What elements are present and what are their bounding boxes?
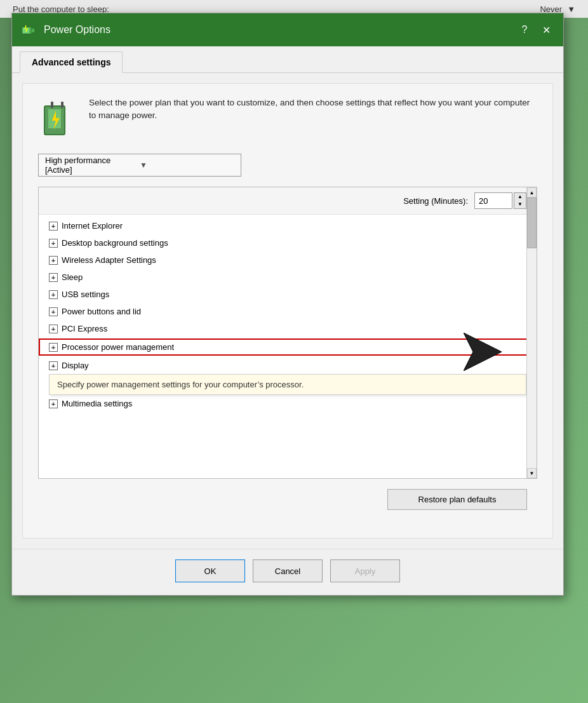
expand-icon: +	[49, 256, 58, 265]
tab-bar: Advanced settings	[12, 46, 563, 73]
tree-item-label: Display	[62, 361, 89, 370]
tree-item-power-buttons[interactable]: + Power buttons and lid	[39, 303, 537, 320]
expand-icon: +	[49, 307, 58, 316]
ok-button[interactable]: OK	[175, 559, 245, 582]
battery-svg	[38, 97, 76, 141]
chevron-down-icon: ▼	[140, 161, 234, 170]
tooltip-box: Specify power management settings for yo…	[49, 374, 526, 395]
svg-rect-8	[51, 102, 53, 108]
svg-rect-1	[32, 29, 34, 32]
power-options-dialog: Power Options ? ✕ Advanced settings	[11, 13, 564, 596]
help-button[interactable]: ?	[515, 20, 534, 39]
tree-item-sleep[interactable]: + Sleep	[39, 269, 537, 286]
tree-item-label: Multimedia settings	[62, 399, 132, 408]
tree-item-desktop-background[interactable]: + Desktop background settings	[39, 234, 537, 251]
setting-label: Setting (Minutes):	[49, 196, 474, 206]
spinner-up-button[interactable]: ▲	[514, 193, 526, 201]
expand-icon: +	[49, 325, 58, 333]
tree-item-internet-explorer[interactable]: + Internet Explorer	[39, 217, 537, 234]
dialog-title: Power Options	[44, 24, 515, 36]
expand-icon: +	[49, 361, 58, 370]
title-controls: ? ✕	[515, 20, 556, 39]
tree-item-multimedia[interactable]: + Multimedia settings	[39, 395, 537, 412]
tree-item-label: PCI Express	[62, 324, 107, 333]
sleep-chevron-icon: ▼	[567, 4, 575, 14]
expand-icon: +	[49, 343, 58, 352]
tree-item-label: Desktop background settings	[62, 238, 168, 248]
cancel-button[interactable]: Cancel	[253, 559, 323, 582]
tree-item-usb[interactable]: + USB settings	[39, 286, 537, 303]
spinner-down-button[interactable]: ▼	[514, 201, 526, 208]
tree-item-display[interactable]: + Display	[39, 357, 537, 374]
scrollbar-thumb[interactable]	[527, 198, 537, 248]
apply-button[interactable]: Apply	[330, 559, 400, 582]
tree-item-label: Sleep	[62, 272, 83, 282]
scrollbar[interactable]: ▲ ▼	[526, 187, 537, 478]
restore-container: Restore plan defaults	[38, 489, 537, 520]
restore-plan-defaults-button[interactable]: Restore plan defaults	[387, 489, 527, 510]
tree-item-processor-power[interactable]: + Processor power management	[39, 338, 537, 356]
title-bar: Power Options ? ✕	[12, 13, 563, 46]
main-area: Select the power plan that you want to c…	[22, 83, 553, 539]
power-options-icon	[20, 21, 37, 39]
settings-box: Setting (Minutes): 20 ▲ ▼ + Internet Exp…	[38, 187, 537, 479]
setting-input[interactable]: 20	[474, 192, 512, 209]
close-button[interactable]: ✕	[537, 20, 556, 39]
tree-item-wireless-adapter[interactable]: + Wireless Adapter Settings	[39, 251, 537, 269]
expand-icon: +	[49, 222, 58, 231]
tree-item-label: Power buttons and lid	[62, 307, 141, 316]
expand-icon: +	[49, 273, 58, 282]
highlighted-item-container: + Processor power management	[39, 338, 537, 356]
tree-item-label: Internet Explorer	[62, 221, 123, 231]
tree-item-label: USB settings	[62, 290, 109, 299]
expand-icon: +	[49, 239, 58, 248]
battery-icon	[38, 97, 76, 141]
scrollbar-down-arrow[interactable]: ▼	[527, 468, 537, 478]
power-plan-dropdown[interactable]: High performance [Active] ▼	[38, 154, 241, 177]
tooltip-text: Specify power management settings for yo…	[57, 380, 304, 389]
expand-icon: +	[49, 290, 58, 299]
tab-advanced-settings[interactable]: Advanced settings	[20, 51, 123, 73]
tree-item-label: Wireless Adapter Settings	[62, 255, 156, 265]
tree-item-label: Processor power management	[62, 342, 174, 352]
dialog-footer: OK Cancel Apply	[12, 549, 563, 595]
setting-minutes-row: Setting (Minutes): 20 ▲ ▼	[39, 187, 537, 215]
scrollbar-up-arrow[interactable]: ▲	[527, 187, 537, 198]
spinner: ▲ ▼	[514, 192, 526, 209]
tree-item-pci-express[interactable]: + PCI Express	[39, 320, 537, 337]
description-text: Select the power plan that you want to c…	[89, 97, 537, 123]
expand-icon: +	[49, 399, 58, 408]
setting-value: 20 ▲ ▼	[474, 192, 526, 209]
tree-list: + Internet Explorer + Desktop background…	[39, 215, 537, 415]
power-plan-value: High performance [Active]	[45, 156, 140, 175]
power-icon-svg	[20, 22, 37, 38]
description-area: Select the power plan that you want to c…	[38, 97, 537, 141]
svg-rect-9	[61, 102, 63, 108]
